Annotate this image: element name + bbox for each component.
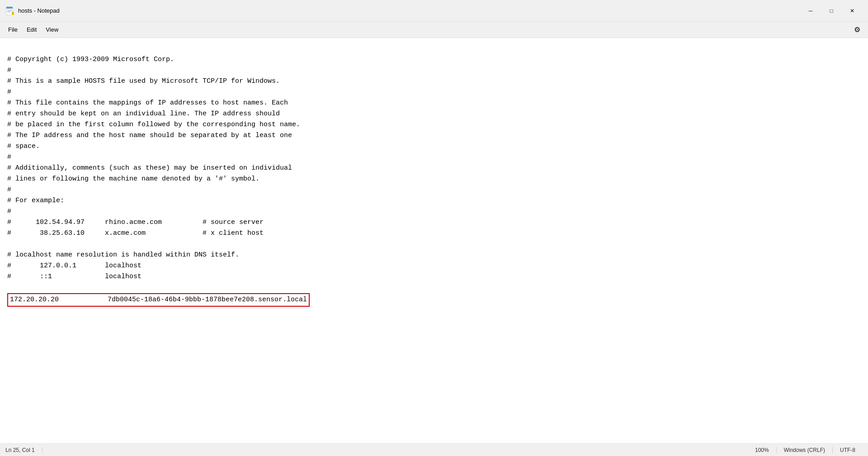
line-10: # (7, 153, 11, 161)
line-16: # 102.54.94.97 rhino.acme.com # source s… (7, 218, 264, 226)
menu-edit[interactable]: Edit (22, 24, 41, 35)
notepad-app-icon (5, 6, 14, 15)
line-11: # Additionally, comments (such as these)… (7, 164, 292, 172)
hosts-entry-highlighted: 172.20.20.20 7db0045c-18a6-46b4-9bbb-187… (7, 293, 310, 307)
line-15: # (7, 208, 11, 215)
gear-icon: ⚙ (854, 25, 860, 34)
cursor-position: Ln 25, Col 1 (5, 447, 42, 453)
line-18 (7, 240, 11, 248)
title-bar: hosts - Notepad ─ □ ✕ (0, 0, 868, 22)
line-21: # ::1 localhost (7, 273, 142, 280)
close-button[interactable]: ✕ (842, 4, 863, 18)
line-6: # entry should be kept on an individual … (7, 110, 280, 118)
notepad-window: hosts - Notepad ─ □ ✕ File Edit View ⚙ #… (0, 0, 868, 456)
line-9: # space. (7, 142, 40, 150)
line-3: # This is a sample HOSTS file used by Mi… (7, 77, 280, 85)
line-14: # For example: (7, 197, 64, 204)
svg-rect-5 (12, 12, 14, 15)
line-12: # lines or following the machine name de… (7, 175, 259, 183)
window-controls: ─ □ ✕ (800, 4, 863, 18)
menu-file[interactable]: File (4, 24, 22, 35)
line-8: # The IP address and the host name shoul… (7, 132, 292, 139)
menu-bar: File Edit View ⚙ (0, 22, 868, 38)
menu-view[interactable]: View (41, 24, 63, 35)
line-7: # be placed in the first column followed… (7, 121, 300, 128)
editor-text: # Copyright (c) 1993-2009 Microsoft Corp… (7, 43, 861, 307)
settings-button[interactable]: ⚙ (850, 23, 864, 37)
window-title: hosts - Notepad (18, 7, 800, 14)
line-19: # localhost name resolution is handled w… (7, 251, 239, 259)
line-4: # (7, 88, 11, 96)
status-bar: Ln 25, Col 1 100% Windows (CRLF) UTF-8 (0, 443, 868, 456)
line-17: # 38.25.63.10 x.acme.com # x client host (7, 229, 264, 237)
line-13: # (7, 186, 11, 194)
svg-rect-1 (6, 7, 13, 9)
maximize-button[interactable]: □ (821, 4, 842, 18)
zoom-level: 100% (748, 447, 777, 453)
line-1: # Copyright (c) 1993-2009 Microsoft Corp… (7, 56, 174, 63)
line-20: # 127.0.0.1 localhost (7, 262, 142, 270)
minimize-button[interactable]: ─ (800, 4, 821, 18)
line-22 (7, 284, 11, 291)
line-ending: Windows (CRLF) (777, 447, 833, 453)
encoding: UTF-8 (833, 447, 863, 453)
line-2: # (7, 66, 11, 74)
editor-area[interactable]: # Copyright (c) 1993-2009 Microsoft Corp… (0, 38, 868, 443)
line-5: # This file contains the mappings of IP … (7, 99, 288, 107)
